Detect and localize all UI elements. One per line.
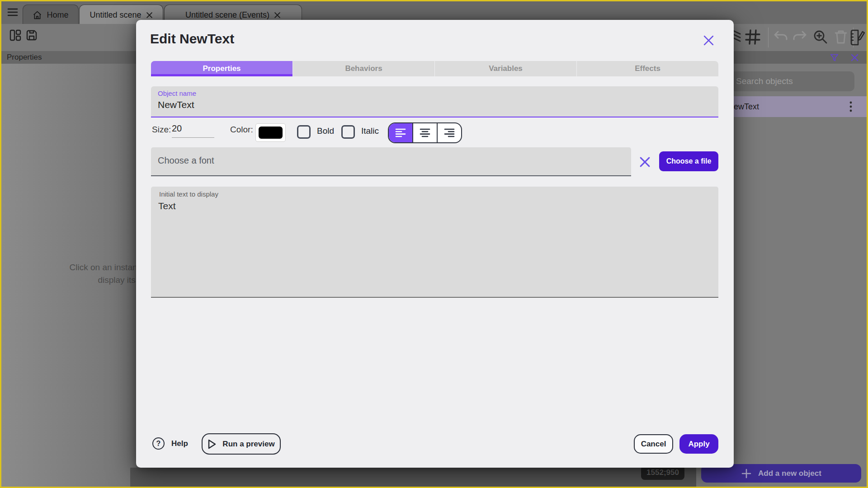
filter-icon	[830, 53, 839, 62]
text-alignment-group	[388, 122, 462, 143]
tab-behaviors[interactable]: Behaviors	[293, 61, 435, 76]
undo-button[interactable]	[774, 31, 788, 42]
close-icon[interactable]	[274, 12, 281, 19]
kebab-menu-icon[interactable]	[849, 101, 852, 113]
initial-text-label: Initial text to display	[159, 190, 218, 198]
tab-properties[interactable]: Properties	[151, 61, 293, 76]
choose-file-button[interactable]: Choose a file	[659, 151, 718, 171]
object-name-label: Object name	[158, 89, 196, 97]
object-name-field[interactable]: Object name NewText	[151, 86, 718, 117]
add-new-object-label: Add a new object	[758, 469, 821, 478]
undo-icon	[774, 31, 788, 42]
zoom-in-button[interactable]	[812, 29, 829, 45]
save-icon	[25, 29, 38, 42]
edit-events-icon	[849, 29, 865, 46]
clear-icon	[639, 156, 651, 168]
align-center-button[interactable]	[413, 123, 438, 142]
home-icon	[33, 10, 42, 20]
plus-icon	[741, 468, 752, 479]
italic-checkbox[interactable]	[341, 125, 355, 139]
edit-events-button[interactable]	[849, 29, 865, 46]
panel-layout-icon	[9, 29, 22, 42]
align-right-icon	[444, 128, 455, 137]
dialog-close-button[interactable]	[703, 34, 715, 47]
play-icon	[208, 439, 217, 449]
size-label: Size:	[152, 125, 171, 135]
grid-button[interactable]	[745, 29, 760, 45]
align-left-button[interactable]	[389, 123, 413, 142]
hamburger-menu-button[interactable]	[7, 8, 18, 17]
close-icon	[850, 53, 859, 62]
tab-variables[interactable]: Variables	[435, 61, 577, 76]
align-center-icon	[420, 128, 430, 137]
grid-icon	[745, 29, 760, 45]
tab-home-label: Home	[47, 10, 68, 20]
properties-panel-header: Properties	[1, 51, 136, 64]
close-panel-button[interactable]	[850, 53, 859, 62]
app-window: Home Untitled scene Untitled scene (Even…	[0, 0, 868, 488]
redo-button[interactable]	[793, 31, 807, 42]
help-button[interactable]: ? Help	[152, 437, 188, 450]
align-left-icon	[395, 128, 406, 137]
initial-text-value: Text	[158, 201, 176, 211]
bold-label: Bold	[317, 126, 334, 136]
bold-checkbox[interactable]	[297, 125, 311, 139]
font-field-placeholder: Choose a font	[158, 155, 214, 166]
close-icon[interactable]	[146, 12, 153, 19]
trash-icon	[834, 29, 848, 45]
redo-icon	[793, 31, 807, 42]
help-icon: ?	[152, 437, 165, 450]
edit-object-dialog: Edit NewText Properties Behaviors Variab…	[136, 20, 734, 468]
tab-home[interactable]: Home	[23, 5, 79, 25]
cancel-button[interactable]: Cancel	[634, 434, 673, 454]
delete-button[interactable]	[834, 29, 848, 45]
font-field[interactable]: Choose a font	[151, 147, 631, 176]
apply-button[interactable]: Apply	[679, 434, 718, 454]
clear-font-button[interactable]	[639, 156, 651, 168]
object-name-value: NewText	[158, 99, 194, 110]
tab-untitled-scene-label: Untitled scene	[90, 10, 141, 20]
filter-button[interactable]	[830, 53, 839, 62]
properties-panel-title: Properties	[7, 53, 42, 62]
color-swatch-button[interactable]	[255, 123, 286, 142]
hamburger-icon	[7, 8, 18, 17]
dialog-tab-bar: Properties Behaviors Variables Effects	[151, 61, 718, 76]
properties-panel: Properties Click on an instance in the s…	[1, 51, 136, 487]
help-label: Help	[171, 439, 188, 448]
zoom-in-icon	[812, 29, 829, 45]
panel-layout-button[interactable]	[9, 29, 22, 42]
save-button[interactable]	[25, 29, 38, 42]
italic-label: Italic	[361, 126, 379, 136]
size-input[interactable]: 20	[172, 123, 214, 138]
close-icon	[703, 34, 715, 47]
initial-text-field[interactable]: Initial text to display Text	[151, 187, 718, 298]
tab-effects[interactable]: Effects	[577, 61, 718, 76]
toolbar-divider	[768, 28, 769, 47]
scene-canvas[interactable]	[130, 468, 697, 487]
tab-untitled-scene-events-label: Untitled scene (Events)	[185, 10, 269, 20]
dialog-title: Edit NewText	[150, 31, 234, 47]
align-right-button[interactable]	[438, 123, 461, 142]
color-label: Color:	[230, 125, 253, 135]
color-swatch	[259, 127, 283, 139]
run-preview-button[interactable]: Run a preview	[202, 433, 281, 455]
